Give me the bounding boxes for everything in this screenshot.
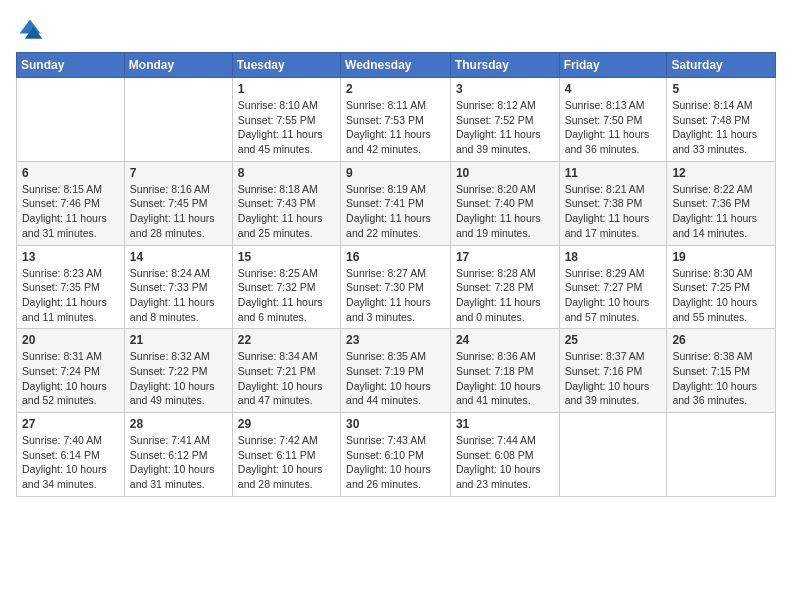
calendar-cell: 28Sunrise: 7:41 AM Sunset: 6:12 PM Dayli… bbox=[124, 413, 232, 497]
day-detail: Sunrise: 8:27 AM Sunset: 7:30 PM Dayligh… bbox=[346, 266, 445, 325]
calendar-cell: 26Sunrise: 8:38 AM Sunset: 7:15 PM Dayli… bbox=[667, 329, 776, 413]
calendar-cell: 20Sunrise: 8:31 AM Sunset: 7:24 PM Dayli… bbox=[17, 329, 125, 413]
day-number: 25 bbox=[565, 333, 662, 347]
calendar-cell: 12Sunrise: 8:22 AM Sunset: 7:36 PM Dayli… bbox=[667, 161, 776, 245]
day-number: 27 bbox=[22, 417, 119, 431]
day-number: 16 bbox=[346, 250, 445, 264]
day-detail: Sunrise: 7:43 AM Sunset: 6:10 PM Dayligh… bbox=[346, 433, 445, 492]
day-detail: Sunrise: 7:42 AM Sunset: 6:11 PM Dayligh… bbox=[238, 433, 335, 492]
day-header-sunday: Sunday bbox=[17, 53, 125, 78]
day-header-saturday: Saturday bbox=[667, 53, 776, 78]
day-header-friday: Friday bbox=[559, 53, 667, 78]
calendar-cell bbox=[559, 413, 667, 497]
day-detail: Sunrise: 8:28 AM Sunset: 7:28 PM Dayligh… bbox=[456, 266, 554, 325]
day-number: 11 bbox=[565, 166, 662, 180]
day-detail: Sunrise: 8:36 AM Sunset: 7:18 PM Dayligh… bbox=[456, 349, 554, 408]
calendar-cell: 14Sunrise: 8:24 AM Sunset: 7:33 PM Dayli… bbox=[124, 245, 232, 329]
calendar-cell: 2Sunrise: 8:11 AM Sunset: 7:53 PM Daylig… bbox=[341, 78, 451, 162]
calendar-week-row: 13Sunrise: 8:23 AM Sunset: 7:35 PM Dayli… bbox=[17, 245, 776, 329]
day-detail: Sunrise: 8:31 AM Sunset: 7:24 PM Dayligh… bbox=[22, 349, 119, 408]
day-number: 12 bbox=[672, 166, 770, 180]
calendar-cell bbox=[124, 78, 232, 162]
day-number: 28 bbox=[130, 417, 227, 431]
calendar-table: SundayMondayTuesdayWednesdayThursdayFrid… bbox=[16, 52, 776, 497]
calendar-cell: 31Sunrise: 7:44 AM Sunset: 6:08 PM Dayli… bbox=[450, 413, 559, 497]
day-header-wednesday: Wednesday bbox=[341, 53, 451, 78]
day-detail: Sunrise: 8:38 AM Sunset: 7:15 PM Dayligh… bbox=[672, 349, 770, 408]
calendar-cell: 17Sunrise: 8:28 AM Sunset: 7:28 PM Dayli… bbox=[450, 245, 559, 329]
day-number: 18 bbox=[565, 250, 662, 264]
day-detail: Sunrise: 8:13 AM Sunset: 7:50 PM Dayligh… bbox=[565, 98, 662, 157]
calendar-cell: 3Sunrise: 8:12 AM Sunset: 7:52 PM Daylig… bbox=[450, 78, 559, 162]
day-detail: Sunrise: 8:12 AM Sunset: 7:52 PM Dayligh… bbox=[456, 98, 554, 157]
day-number: 15 bbox=[238, 250, 335, 264]
day-detail: Sunrise: 8:20 AM Sunset: 7:40 PM Dayligh… bbox=[456, 182, 554, 241]
day-number: 4 bbox=[565, 82, 662, 96]
day-number: 17 bbox=[456, 250, 554, 264]
calendar-cell: 21Sunrise: 8:32 AM Sunset: 7:22 PM Dayli… bbox=[124, 329, 232, 413]
day-detail: Sunrise: 8:25 AM Sunset: 7:32 PM Dayligh… bbox=[238, 266, 335, 325]
day-number: 22 bbox=[238, 333, 335, 347]
day-number: 19 bbox=[672, 250, 770, 264]
calendar-cell: 16Sunrise: 8:27 AM Sunset: 7:30 PM Dayli… bbox=[341, 245, 451, 329]
day-number: 14 bbox=[130, 250, 227, 264]
day-detail: Sunrise: 8:24 AM Sunset: 7:33 PM Dayligh… bbox=[130, 266, 227, 325]
calendar-cell: 8Sunrise: 8:18 AM Sunset: 7:43 PM Daylig… bbox=[232, 161, 340, 245]
calendar-cell: 27Sunrise: 7:40 AM Sunset: 6:14 PM Dayli… bbox=[17, 413, 125, 497]
day-number: 10 bbox=[456, 166, 554, 180]
header bbox=[16, 16, 776, 44]
calendar-cell: 15Sunrise: 8:25 AM Sunset: 7:32 PM Dayli… bbox=[232, 245, 340, 329]
day-detail: Sunrise: 8:37 AM Sunset: 7:16 PM Dayligh… bbox=[565, 349, 662, 408]
calendar-cell: 30Sunrise: 7:43 AM Sunset: 6:10 PM Dayli… bbox=[341, 413, 451, 497]
calendar-cell: 22Sunrise: 8:34 AM Sunset: 7:21 PM Dayli… bbox=[232, 329, 340, 413]
day-detail: Sunrise: 8:18 AM Sunset: 7:43 PM Dayligh… bbox=[238, 182, 335, 241]
day-detail: Sunrise: 8:19 AM Sunset: 7:41 PM Dayligh… bbox=[346, 182, 445, 241]
calendar-cell: 9Sunrise: 8:19 AM Sunset: 7:41 PM Daylig… bbox=[341, 161, 451, 245]
calendar-cell: 13Sunrise: 8:23 AM Sunset: 7:35 PM Dayli… bbox=[17, 245, 125, 329]
day-number: 13 bbox=[22, 250, 119, 264]
day-detail: Sunrise: 8:10 AM Sunset: 7:55 PM Dayligh… bbox=[238, 98, 335, 157]
day-detail: Sunrise: 8:32 AM Sunset: 7:22 PM Dayligh… bbox=[130, 349, 227, 408]
calendar-cell: 7Sunrise: 8:16 AM Sunset: 7:45 PM Daylig… bbox=[124, 161, 232, 245]
day-header-tuesday: Tuesday bbox=[232, 53, 340, 78]
calendar-cell: 4Sunrise: 8:13 AM Sunset: 7:50 PM Daylig… bbox=[559, 78, 667, 162]
day-detail: Sunrise: 7:44 AM Sunset: 6:08 PM Dayligh… bbox=[456, 433, 554, 492]
calendar-cell: 18Sunrise: 8:29 AM Sunset: 7:27 PM Dayli… bbox=[559, 245, 667, 329]
day-number: 30 bbox=[346, 417, 445, 431]
day-detail: Sunrise: 8:30 AM Sunset: 7:25 PM Dayligh… bbox=[672, 266, 770, 325]
calendar-cell: 23Sunrise: 8:35 AM Sunset: 7:19 PM Dayli… bbox=[341, 329, 451, 413]
day-detail: Sunrise: 8:23 AM Sunset: 7:35 PM Dayligh… bbox=[22, 266, 119, 325]
calendar-week-row: 27Sunrise: 7:40 AM Sunset: 6:14 PM Dayli… bbox=[17, 413, 776, 497]
calendar-header-row: SundayMondayTuesdayWednesdayThursdayFrid… bbox=[17, 53, 776, 78]
day-number: 2 bbox=[346, 82, 445, 96]
calendar-cell: 1Sunrise: 8:10 AM Sunset: 7:55 PM Daylig… bbox=[232, 78, 340, 162]
calendar-cell: 25Sunrise: 8:37 AM Sunset: 7:16 PM Dayli… bbox=[559, 329, 667, 413]
day-number: 31 bbox=[456, 417, 554, 431]
logo-icon bbox=[16, 16, 44, 44]
calendar-cell bbox=[17, 78, 125, 162]
day-number: 20 bbox=[22, 333, 119, 347]
day-header-monday: Monday bbox=[124, 53, 232, 78]
logo bbox=[16, 16, 48, 44]
day-number: 26 bbox=[672, 333, 770, 347]
day-number: 24 bbox=[456, 333, 554, 347]
day-number: 29 bbox=[238, 417, 335, 431]
calendar-week-row: 20Sunrise: 8:31 AM Sunset: 7:24 PM Dayli… bbox=[17, 329, 776, 413]
day-number: 8 bbox=[238, 166, 335, 180]
day-header-thursday: Thursday bbox=[450, 53, 559, 78]
calendar-week-row: 1Sunrise: 8:10 AM Sunset: 7:55 PM Daylig… bbox=[17, 78, 776, 162]
day-number: 1 bbox=[238, 82, 335, 96]
day-detail: Sunrise: 8:22 AM Sunset: 7:36 PM Dayligh… bbox=[672, 182, 770, 241]
day-number: 9 bbox=[346, 166, 445, 180]
day-detail: Sunrise: 8:15 AM Sunset: 7:46 PM Dayligh… bbox=[22, 182, 119, 241]
calendar-cell: 29Sunrise: 7:42 AM Sunset: 6:11 PM Dayli… bbox=[232, 413, 340, 497]
day-number: 21 bbox=[130, 333, 227, 347]
day-detail: Sunrise: 7:41 AM Sunset: 6:12 PM Dayligh… bbox=[130, 433, 227, 492]
day-number: 7 bbox=[130, 166, 227, 180]
day-number: 23 bbox=[346, 333, 445, 347]
day-detail: Sunrise: 8:16 AM Sunset: 7:45 PM Dayligh… bbox=[130, 182, 227, 241]
day-detail: Sunrise: 7:40 AM Sunset: 6:14 PM Dayligh… bbox=[22, 433, 119, 492]
calendar-cell: 11Sunrise: 8:21 AM Sunset: 7:38 PM Dayli… bbox=[559, 161, 667, 245]
calendar-cell: 10Sunrise: 8:20 AM Sunset: 7:40 PM Dayli… bbox=[450, 161, 559, 245]
calendar-cell: 24Sunrise: 8:36 AM Sunset: 7:18 PM Dayli… bbox=[450, 329, 559, 413]
